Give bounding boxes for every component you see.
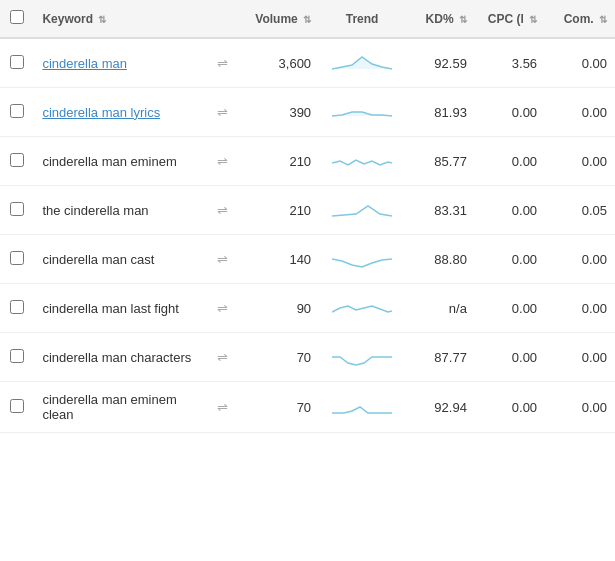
com-cell: 0.00 bbox=[545, 88, 615, 137]
trend-cell bbox=[319, 38, 405, 88]
add-to-list-icon[interactable]: ⇌ bbox=[217, 400, 228, 415]
keyword-cell: cinderella man bbox=[34, 38, 206, 88]
table-row: cinderella man⇌3,600 92.593.560.00 bbox=[0, 38, 615, 88]
volume-sort-icon: ⇅ bbox=[303, 14, 311, 25]
select-all-checkbox[interactable] bbox=[10, 10, 24, 24]
keyword-cell: cinderella man eminem clean bbox=[34, 382, 206, 433]
add-to-list-cell: ⇌ bbox=[206, 284, 238, 333]
add-to-list-icon[interactable]: ⇌ bbox=[217, 105, 228, 120]
header-com[interactable]: Com. ⇅ bbox=[545, 0, 615, 38]
keyword-text: cinderella man eminem bbox=[42, 154, 176, 169]
keyword-text: cinderella man cast bbox=[42, 252, 154, 267]
header-trend: Trend bbox=[319, 0, 405, 38]
row-checkbox[interactable] bbox=[10, 202, 24, 216]
kd-sort-icon: ⇅ bbox=[459, 14, 467, 25]
keyword-cell: cinderella man characters bbox=[34, 333, 206, 382]
row-checkbox-cell bbox=[0, 186, 34, 235]
add-to-list-cell: ⇌ bbox=[206, 38, 238, 88]
kd-cell: 88.80 bbox=[405, 235, 475, 284]
cpc-cell: 3.56 bbox=[475, 38, 545, 88]
header-add bbox=[206, 0, 238, 38]
header-kd[interactable]: KD% ⇅ bbox=[405, 0, 475, 38]
kd-cell: 87.77 bbox=[405, 333, 475, 382]
trend-cell bbox=[319, 382, 405, 433]
keyword-link[interactable]: cinderella man bbox=[42, 56, 127, 71]
volume-cell: 3,600 bbox=[239, 38, 320, 88]
keyword-link[interactable]: cinderella man lyrics bbox=[42, 105, 160, 120]
cpc-cell: 0.00 bbox=[475, 284, 545, 333]
row-checkbox[interactable] bbox=[10, 153, 24, 167]
row-checkbox[interactable] bbox=[10, 104, 24, 118]
header-volume[interactable]: Volume ⇅ bbox=[239, 0, 320, 38]
trend-cell bbox=[319, 186, 405, 235]
kd-cell: 85.77 bbox=[405, 137, 475, 186]
table-header-row: Keyword ⇅ Volume ⇅ Trend KD% ⇅ CPC (l ⇅ … bbox=[0, 0, 615, 38]
volume-cell: 210 bbox=[239, 137, 320, 186]
volume-cell: 70 bbox=[239, 333, 320, 382]
keyword-cell: cinderella man lyrics bbox=[34, 88, 206, 137]
com-cell: 0.00 bbox=[545, 382, 615, 433]
trend-cell bbox=[319, 137, 405, 186]
keyword-cell: the cinderella man bbox=[34, 186, 206, 235]
table-row: cinderella man eminem⇌21085.770.000.00 bbox=[0, 137, 615, 186]
add-to-list-icon[interactable]: ⇌ bbox=[217, 56, 228, 71]
volume-cell: 70 bbox=[239, 382, 320, 433]
cpc-cell: 0.00 bbox=[475, 88, 545, 137]
com-cell: 0.00 bbox=[545, 137, 615, 186]
add-to-list-cell: ⇌ bbox=[206, 88, 238, 137]
add-to-list-cell: ⇌ bbox=[206, 235, 238, 284]
header-cpc[interactable]: CPC (l ⇅ bbox=[475, 0, 545, 38]
keyword-cell: cinderella man last fight bbox=[34, 284, 206, 333]
row-checkbox-cell bbox=[0, 333, 34, 382]
row-checkbox[interactable] bbox=[10, 349, 24, 363]
row-checkbox-cell bbox=[0, 382, 34, 433]
keyword-text: cinderella man characters bbox=[42, 350, 191, 365]
row-checkbox[interactable] bbox=[10, 300, 24, 314]
trend-cell bbox=[319, 235, 405, 284]
row-checkbox-cell bbox=[0, 137, 34, 186]
com-cell: 0.00 bbox=[545, 235, 615, 284]
table-row: the cinderella man⇌21083.310.000.05 bbox=[0, 186, 615, 235]
cpc-sort-icon: ⇅ bbox=[529, 14, 537, 25]
row-checkbox-cell bbox=[0, 38, 34, 88]
kd-cell: n/a bbox=[405, 284, 475, 333]
com-cell: 0.05 bbox=[545, 186, 615, 235]
volume-cell: 210 bbox=[239, 186, 320, 235]
header-keyword[interactable]: Keyword ⇅ bbox=[34, 0, 206, 38]
table-row: cinderella man lyrics⇌390 81.930.000.00 bbox=[0, 88, 615, 137]
add-to-list-icon[interactable]: ⇌ bbox=[217, 252, 228, 267]
kd-cell: 81.93 bbox=[405, 88, 475, 137]
row-checkbox[interactable] bbox=[10, 399, 24, 413]
table-row: cinderella man last fight⇌90n/a0.000.00 bbox=[0, 284, 615, 333]
table-row: cinderella man cast⇌14088.800.000.00 bbox=[0, 235, 615, 284]
add-to-list-icon[interactable]: ⇌ bbox=[217, 301, 228, 316]
add-to-list-icon[interactable]: ⇌ bbox=[217, 154, 228, 169]
kd-cell: 83.31 bbox=[405, 186, 475, 235]
cpc-cell: 0.00 bbox=[475, 235, 545, 284]
volume-cell: 390 bbox=[239, 88, 320, 137]
volume-cell: 140 bbox=[239, 235, 320, 284]
cpc-cell: 0.00 bbox=[475, 333, 545, 382]
trend-cell bbox=[319, 333, 405, 382]
row-checkbox[interactable] bbox=[10, 55, 24, 69]
keyword-cell: cinderella man cast bbox=[34, 235, 206, 284]
row-checkbox-cell bbox=[0, 235, 34, 284]
table-row: cinderella man characters⇌7087.770.000.0… bbox=[0, 333, 615, 382]
com-sort-icon: ⇅ bbox=[599, 14, 607, 25]
com-cell: 0.00 bbox=[545, 38, 615, 88]
keyword-sort-icon: ⇅ bbox=[98, 14, 106, 25]
add-to-list-icon[interactable]: ⇌ bbox=[217, 203, 228, 218]
cpc-cell: 0.00 bbox=[475, 186, 545, 235]
keyword-text: the cinderella man bbox=[42, 203, 148, 218]
add-to-list-cell: ⇌ bbox=[206, 382, 238, 433]
keyword-text: cinderella man last fight bbox=[42, 301, 179, 316]
add-to-list-cell: ⇌ bbox=[206, 137, 238, 186]
add-to-list-icon[interactable]: ⇌ bbox=[217, 350, 228, 365]
row-checkbox[interactable] bbox=[10, 251, 24, 265]
trend-cell bbox=[319, 88, 405, 137]
keyword-text: cinderella man eminem clean bbox=[42, 392, 176, 422]
header-checkbox-col bbox=[0, 0, 34, 38]
com-cell: 0.00 bbox=[545, 284, 615, 333]
row-checkbox-cell bbox=[0, 88, 34, 137]
trend-cell bbox=[319, 284, 405, 333]
